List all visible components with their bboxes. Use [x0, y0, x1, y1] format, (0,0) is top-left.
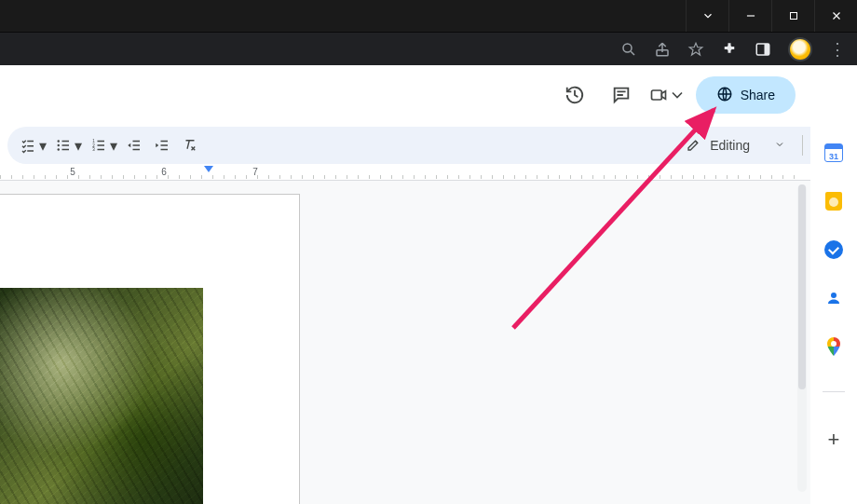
- edit-icon: [686, 136, 702, 156]
- checklist-button[interactable]: [15, 132, 41, 158]
- share-page-icon[interactable]: [654, 41, 671, 58]
- indent-increase-button[interactable]: [149, 132, 175, 158]
- editing-mode-label: Editing: [710, 138, 750, 153]
- window-close-button[interactable]: [814, 0, 857, 32]
- version-history-button[interactable]: [556, 76, 593, 114]
- bulleted-list-button[interactable]: [50, 132, 76, 158]
- svg-point-1: [623, 44, 632, 52]
- toolbar-divider: [802, 135, 803, 156]
- formatting-toolbar: ▾ ▾ 123 ▾: [7, 127, 844, 164]
- comments-button[interactable]: [603, 76, 640, 114]
- browser-menu-icon[interactable]: ⋮: [829, 41, 846, 58]
- share-button[interactable]: Share: [696, 76, 796, 114]
- bookmark-star-icon[interactable]: [687, 41, 704, 58]
- numbered-caret-icon[interactable]: ▾: [110, 137, 119, 155]
- svg-rect-0: [790, 13, 796, 20]
- meet-button[interactable]: [649, 76, 687, 114]
- window-maximize-button[interactable]: [771, 0, 814, 32]
- calendar-icon[interactable]: 31: [824, 143, 843, 162]
- tab-dropdown-button[interactable]: [686, 0, 728, 32]
- svg-rect-4: [765, 44, 769, 55]
- keep-icon[interactable]: [824, 192, 843, 211]
- inserted-image[interactable]: [0, 288, 203, 504]
- mode-caret-icon: [774, 138, 785, 153]
- scrollbar-thumb[interactable]: [798, 184, 806, 389]
- public-icon: [716, 86, 733, 105]
- editing-mode-dropdown[interactable]: Editing: [676, 136, 795, 156]
- checklist-caret-icon[interactable]: ▾: [39, 137, 48, 155]
- bulleted-caret-icon[interactable]: ▾: [75, 137, 84, 155]
- side-panel-divider: [823, 391, 845, 392]
- add-addon-button[interactable]: +: [828, 428, 840, 452]
- document-canvas[interactable]: [0, 181, 857, 504]
- browser-profile-avatar[interactable]: [788, 37, 812, 61]
- vertical-scrollbar[interactable]: [797, 184, 807, 492]
- side-panel: 31 +: [810, 65, 857, 504]
- svg-rect-5: [651, 90, 661, 100]
- svg-text:3: 3: [92, 147, 95, 152]
- window-minimize-button[interactable]: [728, 0, 771, 32]
- horizontal-ruler[interactable]: 567: [0, 166, 857, 181]
- indent-decrease-button[interactable]: [121, 132, 147, 158]
- extensions-icon[interactable]: [721, 41, 738, 58]
- numbered-list-button[interactable]: 123: [86, 132, 112, 158]
- browser-toolbar: ⋮: [0, 32, 857, 65]
- svg-point-8: [58, 144, 60, 146]
- svg-point-13: [831, 293, 837, 298]
- document-page[interactable]: [0, 194, 300, 504]
- clear-formatting-button[interactable]: [177, 132, 203, 158]
- share-button-label: Share: [741, 88, 775, 102]
- tasks-icon[interactable]: [824, 240, 843, 259]
- window-titlebar: [0, 0, 857, 32]
- side-panel-icon[interactable]: [755, 41, 771, 58]
- contacts-icon[interactable]: [824, 289, 843, 307]
- docs-header: Share: [0, 65, 857, 125]
- svg-point-7: [58, 140, 60, 142]
- toolbar-row: ▾ ▾ 123 ▾: [0, 125, 857, 166]
- search-icon[interactable]: [620, 41, 637, 58]
- svg-point-9: [58, 148, 60, 150]
- maps-icon[interactable]: [824, 337, 843, 356]
